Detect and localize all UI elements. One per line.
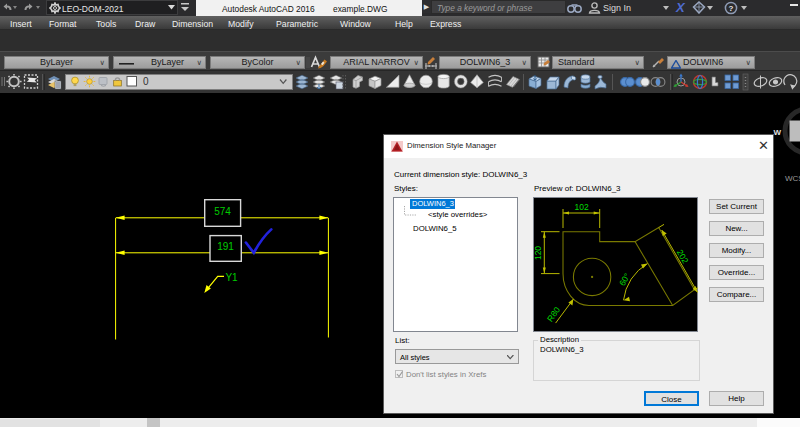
svg-text:120: 120: [533, 246, 543, 260]
svg-text:202: 202: [675, 248, 691, 266]
svg-text:W: W: [774, 128, 782, 137]
svg-text:Y1: Y1: [225, 272, 238, 283]
svg-text:?: ?: [729, 4, 734, 13]
svg-text:102: 102: [575, 202, 589, 212]
svg-text:R80: R80: [545, 305, 562, 324]
svg-text:WCS: WCS: [785, 174, 800, 183]
svg-text:574: 574: [214, 206, 231, 217]
svg-text:0: 0: [143, 76, 149, 87]
svg-text:191: 191: [217, 241, 234, 252]
svg-text:60°: 60°: [617, 271, 632, 287]
